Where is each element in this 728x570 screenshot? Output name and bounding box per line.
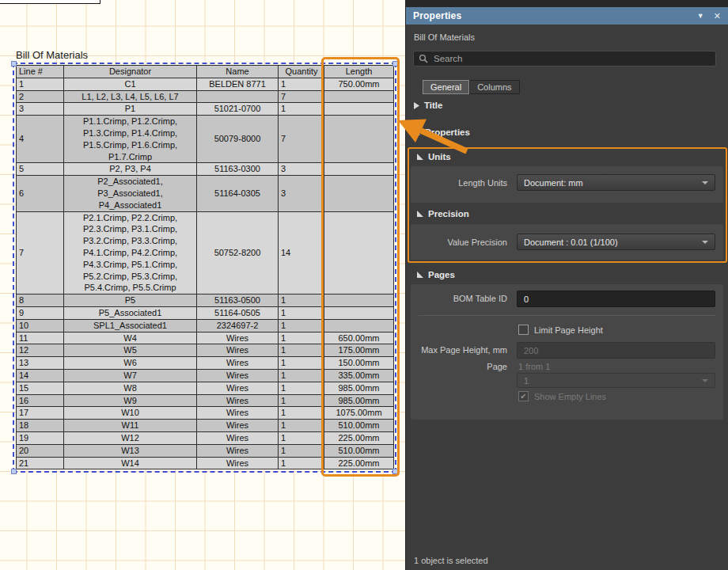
selection-handle[interactable]: [392, 469, 398, 474]
table-cell: 3: [279, 163, 324, 176]
table-cell: W12: [64, 431, 197, 444]
table-row[interactable]: 8P551163-05001: [17, 294, 394, 307]
table-row[interactable]: 7P2.1.Crimp, P2.2.Crimp, P2.3.Crimp, P3.…: [17, 211, 394, 294]
table-row[interactable]: 17W10Wires11075.00mm: [17, 407, 394, 420]
table-cell: 650.00mm: [324, 332, 394, 344]
section-title[interactable]: Title: [414, 101, 442, 110]
table-cell: 4: [17, 116, 64, 163]
table-row[interactable]: 14W7Wires1335.00mm: [17, 369, 394, 382]
chevron-right-icon: [414, 102, 419, 109]
page-value: 1 from 1: [518, 362, 550, 371]
page-select: 1: [517, 373, 715, 388]
table-cell: L1, L2, L3, L4, L5, L6, L7: [64, 90, 197, 103]
table-row[interactable]: 10SPL1_Associated12324697-21: [17, 319, 394, 332]
draftsman-sheet: Bill Of Materials Line #DesignatorNameQu…: [0, 0, 405, 570]
table-cell: W10: [64, 407, 197, 420]
show-empty-lines-checkbox: ✔: [518, 391, 529, 401]
search-input[interactable]: Search: [413, 51, 716, 66]
table-row[interactable]: 5P2, P3, P451163-03003: [17, 163, 394, 176]
table-row[interactable]: 2L1, L2, L3, L4, L5, L6, L77: [17, 90, 394, 103]
table-row[interactable]: 9P5_Associated151164-05051: [17, 306, 394, 319]
close-icon[interactable]: ✕: [714, 11, 721, 21]
table-cell: W14: [64, 457, 197, 469]
limit-page-height-checkbox[interactable]: [518, 325, 529, 335]
table-cell: 1: [279, 394, 324, 407]
table-row[interactable]: 6P2_Associated1, P3_Associated1, P4_Asso…: [17, 176, 394, 211]
table-cell: 5: [17, 163, 64, 176]
table-cell: W8: [64, 382, 197, 394]
table-cell: [324, 103, 394, 116]
table-cell: SPL1_Associated1: [64, 319, 197, 332]
table-cell: 225.00mm: [324, 431, 394, 444]
chevron-expanded-icon: [414, 129, 420, 135]
table-row[interactable]: 3P151021-07001: [17, 103, 394, 116]
table-row[interactable]: 12W5Wires1175.00mm: [17, 344, 394, 357]
table-cell: 7: [279, 90, 324, 103]
table-row[interactable]: 21W14Wires1225.00mm: [17, 457, 394, 469]
precision-group: Value Precision Document : 0.01 (1/100): [411, 224, 723, 260]
table-row[interactable]: 4P1.1.Crimp, P1.2.Crimp, P1.3.Crimp, P1.…: [17, 116, 394, 163]
section-units[interactable]: Units: [417, 152, 451, 162]
chevron-down-icon: [702, 379, 708, 382]
length-units-label: Length Units: [411, 178, 507, 188]
value-precision-dropdown[interactable]: Document : 0.01 (1/100): [517, 234, 715, 250]
table-cell: W6: [64, 357, 197, 370]
table-cell: 51163-0500: [197, 294, 279, 307]
table-cell: 3: [17, 103, 64, 116]
table-cell: 150.00mm: [324, 357, 394, 370]
table-cell: 1: [279, 306, 324, 319]
table-cell: W7: [64, 369, 197, 382]
table-cell: 51021-0700: [197, 103, 279, 116]
panel-menu-icon[interactable]: ▼: [697, 12, 704, 20]
panel-tabs: General Columns: [423, 80, 520, 94]
divider: [419, 315, 715, 316]
table-cell: W11: [64, 420, 197, 432]
table-row[interactable]: 20W13Wires1510.00mm: [17, 444, 394, 457]
table-row[interactable]: 16W9Wires1985.00mm: [17, 394, 394, 407]
bom-table[interactable]: Line #DesignatorNameQuantityLength 1C1BE…: [16, 65, 394, 469]
panel-header: Properties ▼ ✕: [406, 7, 728, 25]
table-cell: 1: [279, 420, 324, 432]
table-row[interactable]: 11W4Wires1650.00mm: [17, 332, 394, 344]
chevron-expanded-icon: [417, 272, 423, 278]
table-cell: P1.1.Crimp, P1.2.Crimp, P1.3.Crimp, P1.4…: [64, 116, 197, 163]
table-cell: 1: [279, 457, 324, 469]
column-header: Length: [324, 66, 394, 78]
table-row[interactable]: 19W12Wires1225.00mm: [17, 431, 394, 444]
table-cell: [324, 116, 394, 163]
table-cell: 1: [279, 294, 324, 307]
table-cell: 175.00mm: [324, 344, 394, 357]
table-cell: 50752-8200: [197, 211, 279, 294]
section-properties[interactable]: Properties: [414, 127, 470, 137]
table-cell: 17: [17, 407, 64, 420]
show-empty-lines-row: ✔ Show Empty Lines: [518, 391, 606, 401]
table-cell: 1: [279, 344, 324, 357]
bom-table-id-input[interactable]: 0: [517, 291, 715, 307]
table-cell: 14: [17, 369, 64, 382]
table-cell: 12: [17, 344, 64, 357]
table-cell: Wires: [197, 394, 279, 407]
table-row[interactable]: 1C1BELDEN 87711750.00mm: [17, 78, 394, 90]
chevron-down-icon: [702, 181, 708, 184]
table-row[interactable]: 18W11Wires1510.00mm: [17, 420, 394, 432]
table-cell: 7: [279, 116, 324, 163]
limit-page-height-row: Limit Page Height: [518, 325, 603, 335]
table-cell: 13: [17, 357, 64, 370]
selection-handle[interactable]: [11, 469, 17, 474]
bom-table-id-label: BOM Table ID: [411, 294, 507, 303]
table-row[interactable]: 15W8Wires1985.00mm: [17, 382, 394, 394]
page-label: Page: [411, 362, 507, 371]
tab-general[interactable]: General: [423, 80, 469, 94]
table-cell: 1: [279, 357, 324, 370]
bom-table-container[interactable]: Line #DesignatorNameQuantityLength 1C1BE…: [16, 65, 393, 469]
tab-columns[interactable]: Columns: [469, 80, 519, 94]
table-cell: 14: [279, 211, 324, 294]
table-row[interactable]: 13W6Wires1150.00mm: [17, 357, 394, 370]
section-precision[interactable]: Precision: [417, 209, 469, 218]
table-cell: 225.00mm: [324, 457, 394, 469]
table-cell: 985.00mm: [324, 394, 394, 407]
table-cell: 19: [17, 431, 64, 444]
table-cell: 1: [279, 431, 324, 444]
section-pages[interactable]: Pages: [417, 270, 455, 279]
length-units-dropdown[interactable]: Document: mm: [517, 174, 715, 191]
